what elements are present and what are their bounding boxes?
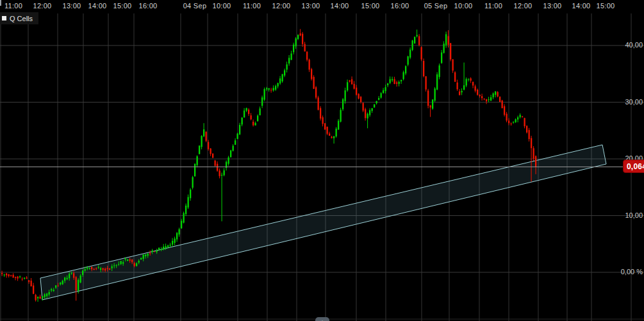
last-price-tag: 0,0649 — [623, 160, 644, 173]
time-label: 15:00 — [113, 2, 131, 10]
time-axis[interactable]: 11:0012:0013:0014:0015:0016:0004 Sep10:0… — [0, 0, 644, 13]
time-label: 10:00 — [454, 2, 472, 10]
panel-expand-button[interactable]: ▲ — [315, 317, 329, 321]
time-label: 14:00 — [572, 2, 590, 10]
time-label: 13:00 — [62, 2, 81, 10]
price-label: 30,00 — [625, 98, 643, 106]
time-label: 04 Sep — [183, 2, 207, 10]
price-label: 40,00 — [625, 41, 643, 49]
price-label: 0,00 % — [621, 268, 643, 276]
time-label: 11:00 — [243, 2, 261, 10]
legend-swatch-icon — [2, 16, 6, 21]
candlestick-chart[interactable] — [0, 0, 644, 321]
time-label: 13:00 — [301, 2, 320, 10]
time-label: 12:00 — [272, 2, 290, 10]
time-label: 10:00 — [212, 2, 231, 10]
instrument-name: Q Cells — [10, 15, 33, 22]
time-label: 05 Sep — [424, 2, 448, 10]
time-label: 14:00 — [330, 2, 349, 10]
time-label: 16:00 — [390, 2, 409, 10]
time-label: 12:00 — [33, 2, 51, 10]
time-label: 15:00 — [361, 2, 379, 10]
price-label: 10,00 — [625, 211, 643, 219]
time-label: 12:00 — [513, 2, 532, 10]
last-price-value: 0,0649 — [623, 162, 644, 171]
axis-origin-tick — [0, 0, 1, 6]
time-label: 14:00 — [88, 2, 106, 10]
trading-chart-window: 11:0012:0013:0014:0015:0016:0004 Sep10:0… — [0, 0, 644, 321]
time-label: 13:00 — [543, 2, 561, 10]
time-label: 16:00 — [138, 2, 157, 10]
time-label: 11:00 — [484, 2, 502, 10]
time-label: 11:00 — [4, 2, 22, 10]
instrument-legend[interactable]: Q Cells — [0, 12, 38, 24]
